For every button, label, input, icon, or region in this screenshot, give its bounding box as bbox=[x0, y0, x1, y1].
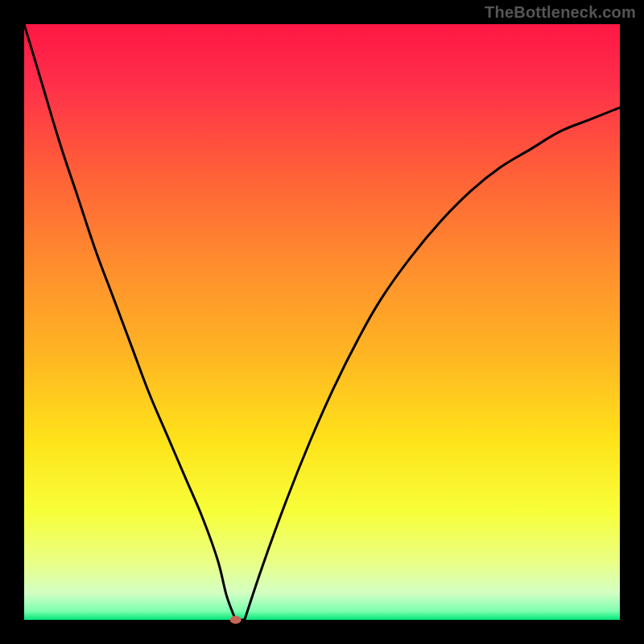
bottleneck-chart bbox=[0, 0, 644, 644]
plot-area bbox=[24, 24, 620, 620]
chart-container: TheBottleneck.com bbox=[0, 0, 644, 644]
optimum-marker bbox=[230, 616, 242, 624]
